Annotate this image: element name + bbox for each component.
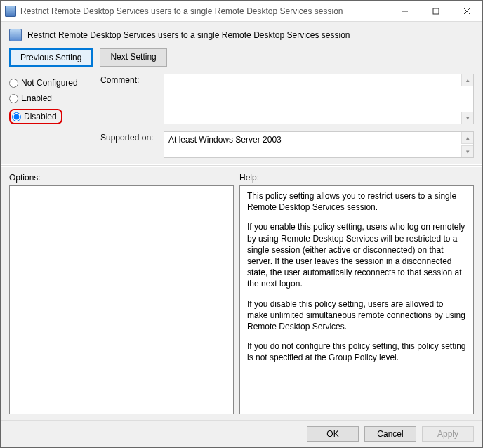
policy-header: Restrict Remote Desktop Services users t…: [1, 22, 482, 46]
radio-disabled-input[interactable]: [12, 112, 21, 121]
supported-box: At least Windows Server 2003 ▴ ▾: [164, 131, 474, 158]
help-text-3: If you disable this policy setting, user…: [247, 298, 466, 333]
comment-textarea[interactable]: ▴ ▾: [164, 74, 474, 124]
comment-label: Comment:: [100, 74, 159, 124]
divider: [1, 165, 482, 166]
maximize-button[interactable]: [421, 1, 451, 21]
radio-disabled-label: Disabled: [24, 112, 57, 121]
radio-not-configured-input[interactable]: [9, 79, 18, 88]
next-setting-button[interactable]: Next Setting: [100, 48, 166, 67]
ok-button[interactable]: OK: [307, 426, 359, 442]
minimize-button[interactable]: [390, 1, 421, 21]
help-label: Help:: [239, 170, 474, 183]
radio-enabled[interactable]: Enabled: [9, 93, 100, 103]
panels: Options: Help: This policy setting allow…: [1, 167, 482, 420]
cancel-button[interactable]: Cancel: [364, 426, 416, 442]
comment-scroll-down[interactable]: ▾: [461, 112, 473, 124]
supported-scroll-down[interactable]: ▾: [461, 145, 473, 157]
window-title: Restrict Remote Desktop Services users t…: [20, 6, 390, 16]
help-box[interactable]: This policy setting allows you to restri…: [239, 185, 474, 414]
radio-not-configured-label: Not Configured: [21, 78, 78, 88]
supported-scroll-up[interactable]: ▴: [461, 132, 473, 144]
previous-setting-button[interactable]: Previous Setting: [9, 48, 93, 67]
nav-row: Previous Setting Next Setting: [1, 46, 482, 74]
apply-button[interactable]: Apply: [422, 426, 474, 442]
close-button[interactable]: [451, 1, 482, 21]
help-text-1: This policy setting allows you to restri…: [247, 190, 466, 213]
comment-scroll-up[interactable]: ▴: [461, 74, 473, 86]
svg-rect-1: [433, 8, 439, 14]
supported-label: Supported on:: [100, 131, 159, 158]
policy-icon: [9, 29, 22, 41]
state-radios: Not Configured Enabled Disabled: [9, 74, 100, 158]
policy-title: Restrict Remote Desktop Services users t…: [27, 30, 350, 40]
radio-not-configured[interactable]: Not Configured: [9, 78, 100, 88]
title-bar: Restrict Remote Desktop Services users t…: [1, 1, 482, 22]
supported-value: At least Windows Server 2003: [168, 135, 282, 145]
options-label: Options:: [9, 170, 234, 183]
help-text-2: If you enable this policy setting, users…: [247, 221, 466, 289]
help-text-4: If you do not configure this policy sett…: [247, 341, 466, 363]
app-icon: [5, 6, 16, 17]
radio-enabled-label: Enabled: [21, 93, 52, 103]
config-area: Not Configured Enabled Disabled Comment:…: [1, 74, 482, 164]
footer: OK Cancel Apply: [1, 420, 482, 447]
radio-enabled-input[interactable]: [9, 94, 18, 103]
radio-disabled[interactable]: Disabled: [9, 109, 62, 124]
options-box[interactable]: [9, 185, 234, 414]
